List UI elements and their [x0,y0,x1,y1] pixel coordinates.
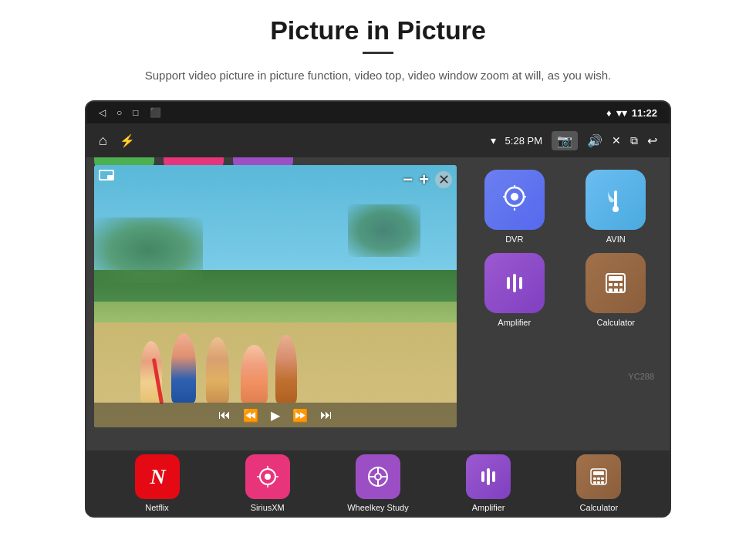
svg-rect-32 [593,481,596,484]
skip-forward-icon[interactable]: ⏭ [320,408,332,422]
svg-rect-5 [507,277,510,289]
app-amplifier-label: Amplifier [498,318,531,327]
svg-rect-28 [593,471,604,475]
close-window-icon[interactable]: ✕ [612,134,621,147]
app-dvr-label: DVR [505,234,523,244]
app-grid: DVR AVIN [461,157,670,450]
app-bar-left: ⌂ ⚡ [99,133,135,149]
watermark: YC288 [628,372,654,381]
pip-window-icon[interactable]: ⧉ [630,134,638,147]
svg-rect-12 [619,283,623,286]
svg-rect-14 [614,288,618,292]
svg-rect-7 [519,277,522,289]
svg-rect-24 [481,471,484,482]
pip-minus-icon[interactable]: − [403,170,413,190]
app-calculator-label: Calculator [596,318,635,327]
app-calculator-bottom-label: Calculator [580,503,619,512]
app-amplifier-icon[interactable] [484,253,545,313]
page-subtitle: Support video picture in picture functio… [145,66,611,85]
svg-point-19 [375,474,381,480]
svg-rect-29 [593,477,596,480]
app-calculator-bottom-item: Calculator [560,454,637,512]
app-dvr-wrapper: DVR [468,170,561,244]
pip-plus-icon[interactable]: + [419,170,429,190]
status-bar-left: ◁ ○ □ ⬛ [99,107,161,118]
volume-icon[interactable]: 🔊 [587,133,602,148]
svg-rect-26 [492,471,495,482]
menu-nav-icon[interactable]: ⬛ [150,107,161,118]
svg-rect-13 [609,288,613,292]
status-bar-right: ♦ ▾▾ 11:22 [606,107,657,119]
app-amplifier-wrapper: Amplifier [468,253,561,327]
app-amplifier-bottom-label: Amplifier [472,503,505,512]
back-icon[interactable]: ↩ [647,133,657,148]
device-frame: ◁ ○ □ ⬛ ♦ ▾▾ 11:22 ⌂ ⚡ ▾ 5:28 PM 📷 🔊 [85,100,671,518]
play-icon[interactable]: ▶ [271,408,280,423]
wifi-status-icon: ▾▾ [616,107,627,119]
skip-back-icon[interactable]: ⏮ [218,408,231,422]
app-amplifier-bottom-icon[interactable] [466,454,511,499]
wifi-bar-icon: ▾ [491,134,496,147]
svg-rect-11 [614,283,618,286]
back-nav-icon[interactable]: ◁ [99,107,106,118]
app-wheelkey-label: Wheelkey Study [347,503,408,512]
pip-close-icon[interactable]: ✕ [435,171,452,188]
location-icon: ♦ [606,107,612,119]
camera-icon[interactable]: 📷 [552,131,578,150]
app-bar-right: ▾ 5:28 PM 📷 🔊 ✕ ⧉ ↩ [491,131,657,150]
app-calculator-wrapper: Calculator [570,253,663,327]
page-title: Picture in Picture [270,15,486,46]
fast-forward-icon[interactable]: ⏩ [292,408,308,423]
video-player[interactable]: − + ✕ ⏮ ⏪ ▶ ⏩ ⏭ [94,165,457,427]
recent-nav-icon[interactable]: □ [133,107,138,118]
home-nav-icon[interactable]: ○ [116,107,122,118]
svg-rect-34 [601,481,604,484]
app-sirius-item: SiriusXM [229,454,306,512]
usb-icon: ⚡ [120,133,135,148]
app-avin-label: AVIN [606,234,626,244]
app-dvr-icon[interactable] [484,170,545,230]
svg-rect-31 [601,477,604,480]
svg-rect-9 [609,276,623,281]
app-sirius-label: SiriusXM [251,503,285,512]
title-divider [363,52,393,54]
rewind-icon[interactable]: ⏪ [243,408,258,423]
status-bar: ◁ ○ □ ⬛ ♦ ▾▾ 11:22 [86,102,670,123]
app-avin-wrapper: AVIN [570,170,663,244]
svg-point-17 [265,474,271,480]
svg-rect-6 [513,274,516,292]
svg-rect-25 [487,468,490,485]
svg-rect-10 [609,283,613,286]
main-content: − + ✕ ⏮ ⏪ ▶ ⏩ ⏭ [86,157,670,450]
app-calculator-bottom-icon[interactable] [576,454,621,499]
video-controls-bar: ⏮ ⏪ ▶ ⏩ ⏭ [94,403,457,427]
app-calculator-icon[interactable] [586,253,646,313]
video-overlay-controls: − + ✕ [403,170,452,190]
svg-point-3 [613,206,619,212]
svg-rect-30 [597,477,600,480]
svg-rect-15 [619,288,623,292]
app-wheelkey-icon[interactable] [356,454,400,499]
app-avin-icon[interactable] [586,170,646,230]
svg-rect-33 [597,481,600,484]
status-time: 11:22 [632,107,657,119]
app-netflix-label: Netflix [145,503,169,512]
app-wheelkey-item: Wheelkey Study [339,454,417,512]
app-bar-time: 5:28 PM [505,135,542,147]
svg-point-1 [511,193,518,201]
app-sirius-icon[interactable] [245,454,290,499]
pip-indicator-icon [99,170,114,180]
app-bar: ⌂ ⚡ ▾ 5:28 PM 📷 🔊 ✕ ⧉ ↩ [86,123,670,157]
app-amplifier-bottom-item: Amplifier [450,454,527,512]
bottom-app-row: N Netflix SiriusXM [86,450,670,516]
app-netflix-icon[interactable]: N [135,454,180,499]
app-netflix-item: N Netflix [119,454,196,512]
home-icon[interactable]: ⌂ [99,133,107,149]
